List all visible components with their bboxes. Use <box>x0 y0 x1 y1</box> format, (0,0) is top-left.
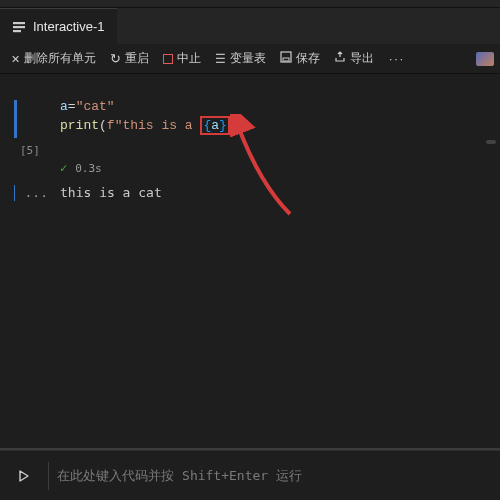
svg-rect-4 <box>283 58 289 61</box>
restart-button[interactable]: 重启 <box>105 48 154 69</box>
code-token-fstring-prefix: f"this is a <box>107 118 201 133</box>
output-active-bar <box>14 185 15 201</box>
notebook-area: [5] a="cat" print(f"this is a {a}") ✓ 0.… <box>0 74 500 440</box>
svg-rect-1 <box>13 26 25 28</box>
interactive-icon <box>12 20 26 34</box>
variables-icon <box>215 52 226 66</box>
code-cell[interactable]: [5] a="cat" print(f"this is a {a}") <box>0 74 500 157</box>
check-icon: ✓ <box>60 161 67 175</box>
output-text: this is a cat <box>60 185 162 201</box>
variables-label: 变量表 <box>230 50 266 67</box>
interrupt-label: 中止 <box>177 50 201 67</box>
code-input[interactable] <box>57 468 492 483</box>
svg-rect-0 <box>13 22 25 24</box>
clear-all-button[interactable]: 删除所有单元 <box>6 48 101 69</box>
run-button[interactable] <box>8 469 40 483</box>
output-row: ... this is a cat <box>0 183 500 201</box>
tab-interactive[interactable]: Interactive-1 <box>0 8 117 44</box>
export-button[interactable]: 导出 <box>329 48 379 69</box>
code-token-var: a <box>60 99 68 114</box>
tab-title: Interactive-1 <box>33 19 105 34</box>
vertical-separator <box>48 462 49 490</box>
execution-count: [5] <box>20 144 40 157</box>
input-panel <box>0 448 500 500</box>
export-icon <box>334 51 346 66</box>
code-token-op: = <box>68 99 76 114</box>
more-button[interactable]: ··· <box>383 52 411 66</box>
code-token-fstring-suffix: " <box>230 118 238 133</box>
close-icon <box>11 52 20 66</box>
cell-status: ✓ 0.3s <box>0 157 500 183</box>
output-prefix: ... <box>25 185 48 200</box>
kernel-indicator[interactable] <box>476 52 494 66</box>
code-token-paren-close: ) <box>238 118 246 133</box>
restart-label: 重启 <box>125 50 149 67</box>
cell-active-bar <box>14 100 17 138</box>
tab-bar: Interactive-1 <box>0 8 500 44</box>
code-token-string: "cat" <box>76 99 115 114</box>
save-icon <box>280 51 292 66</box>
duration-label: 0.3s <box>75 162 102 175</box>
svg-rect-2 <box>13 30 21 32</box>
highlight-box: {a} <box>200 116 229 135</box>
variables-button[interactable]: 变量表 <box>210 48 271 69</box>
interrupt-button[interactable]: 中止 <box>158 48 206 69</box>
code-token-fvar: a <box>211 118 219 133</box>
reload-icon <box>110 51 121 66</box>
cell-gutter: [5] <box>14 98 48 157</box>
code-token-func: print <box>60 118 99 133</box>
code-token-paren: ( <box>99 118 107 133</box>
export-label: 导出 <box>350 50 374 67</box>
stop-icon <box>163 54 173 64</box>
interactive-toolbar: 删除所有单元 重启 中止 变量表 保存 导出 ··· <box>0 44 500 74</box>
save-label: 保存 <box>296 50 320 67</box>
cell-code[interactable]: a="cat" print(f"this is a {a}") <box>60 98 246 157</box>
code-token-rbrace: } <box>219 118 227 133</box>
clear-all-label: 删除所有单元 <box>24 50 96 67</box>
save-button[interactable]: 保存 <box>275 48 325 69</box>
